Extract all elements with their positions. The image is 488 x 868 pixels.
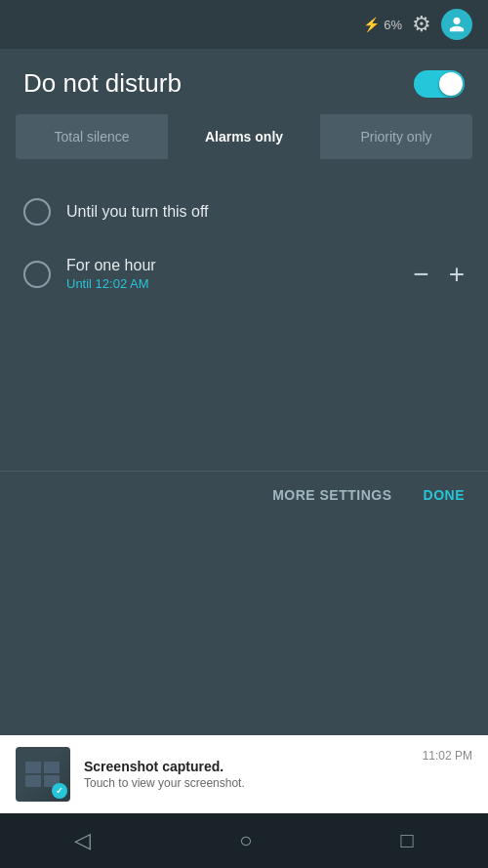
radio-indefinite[interactable]: [23, 198, 51, 226]
notification-content: Screenshot captured. Touch to view your …: [84, 759, 409, 790]
bottom-nav: ◁ ○ □: [0, 813, 488, 868]
dnd-toggle[interactable]: [414, 70, 465, 98]
dnd-title: Do not disturb: [23, 68, 182, 99]
notification-badge: ✓: [52, 783, 67, 799]
tab-priority-only[interactable]: Priority only: [320, 114, 472, 159]
notification-bar[interactable]: ✓ Screenshot captured. Touch to view you…: [0, 735, 488, 813]
radio-one-hour[interactable]: [23, 261, 51, 288]
status-bar: ⚡ 6% ⚙: [0, 0, 488, 49]
watermark: phoneArena: [432, 800, 480, 809]
tab-alarms-only[interactable]: Alarms only: [168, 114, 320, 159]
more-settings-button[interactable]: MORE SETTINGS: [272, 487, 391, 503]
battery-percent: 6%: [384, 18, 402, 32]
decrease-button[interactable]: −: [413, 261, 428, 288]
mode-tabs: Total silence Alarms only Priority only: [16, 114, 472, 159]
notification-time: 11:02 PM: [423, 749, 472, 763]
bottom-actions: MORE SETTINGS DONE: [0, 471, 488, 518]
notification-title: Screenshot captured.: [84, 759, 409, 774]
home-button[interactable]: ○: [239, 828, 252, 853]
done-button[interactable]: DONE: [424, 487, 465, 503]
user-avatar[interactable]: [441, 9, 472, 40]
battery-container: ⚡ 6%: [363, 17, 402, 32]
recents-button[interactable]: □: [401, 828, 414, 853]
duration-item-indefinite[interactable]: Until you turn this off: [0, 183, 488, 241]
dnd-header: Do not disturb: [0, 49, 488, 114]
duration-label-indefinite: Until you turn this off: [66, 203, 465, 221]
back-button[interactable]: ◁: [74, 828, 91, 853]
toggle-knob: [439, 72, 463, 96]
gear-icon[interactable]: ⚙: [412, 12, 431, 37]
dnd-panel: Do not disturb Total silence Alarms only…: [0, 49, 488, 518]
increase-button[interactable]: +: [449, 261, 465, 288]
battery-icon: ⚡: [363, 17, 380, 32]
spacer: [0, 314, 488, 471]
duration-sublabel-one-hour: Until 12:02 AM: [66, 276, 397, 291]
duration-controls: − +: [413, 261, 465, 288]
duration-label-one-hour: For one hour: [66, 257, 397, 274]
duration-section: Until you turn this off For one hour Unt…: [0, 175, 488, 314]
notification-subtitle: Touch to view your screenshot.: [84, 776, 409, 790]
duration-item-one-hour[interactable]: For one hour Until 12:02 AM − +: [0, 241, 488, 307]
notification-thumbnail: ✓: [16, 747, 70, 802]
tab-total-silence[interactable]: Total silence: [16, 114, 168, 159]
